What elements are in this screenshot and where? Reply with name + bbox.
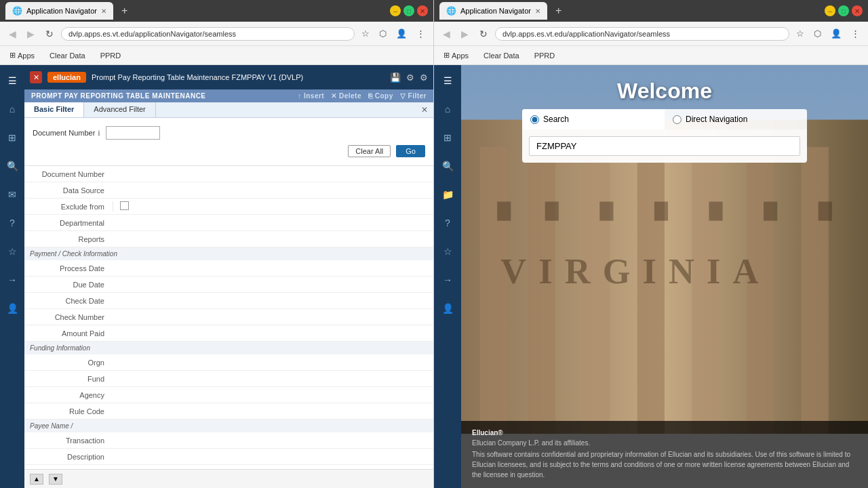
left-url-text: dvlp.apps.es.vt.edu/applicationNavigator… — [68, 30, 236, 38]
right-tab-close-icon[interactable]: ✕ — [535, 7, 540, 15]
field-label-amount-paid: Amount Paid — [24, 329, 113, 338]
clear-all-button[interactable]: Clear All — [348, 145, 391, 157]
right-sidebar-folder-icon[interactable]: 📁 — [437, 184, 458, 205]
field-row-exclude-from: Exclude from — [24, 199, 433, 215]
left-win-controls: – □ ✕ — [390, 5, 428, 16]
field-row-rule-code: Rule Code — [24, 403, 433, 420]
delete-action[interactable]: ✕ Delete — [331, 92, 361, 100]
field-label-process-date: Process Date — [24, 264, 113, 272]
field-row-amount-paid: Amount Paid — [24, 325, 433, 342]
right-apps-bookmark[interactable]: ⊞ Apps — [439, 49, 473, 61]
app-save-icon[interactable]: 💾 — [390, 73, 401, 83]
right-win-controls: – □ ✕ — [825, 5, 863, 16]
copy-action[interactable]: ⎘ Copy — [368, 92, 393, 100]
search-radio[interactable] — [530, 115, 539, 124]
field-row-reports: Reports — [24, 231, 433, 247]
right-app-content: ☰ ⌂ ⊞ 🔍 📁 ? ☆ → 👤 — [434, 65, 868, 488]
left-address-bar[interactable]: dvlp.apps.es.vt.edu/applicationNavigator… — [61, 27, 355, 41]
left-browser-tab[interactable]: 🌐 Application Navigator ✕ — [5, 2, 113, 20]
left-apps-bookmark[interactable]: ⊞ Apps — [5, 49, 39, 61]
sidebar-user-icon[interactable]: 👤 — [2, 298, 22, 319]
filter-info-icon[interactable]: ℹ — [98, 129, 100, 137]
sidebar-grid-icon[interactable]: ⊞ — [2, 127, 22, 148]
sidebar-favorites-icon[interactable]: ☆ — [2, 241, 22, 262]
records-grid: Document Number Data Source Exclude from — [24, 166, 433, 465]
filter-close-icon[interactable]: ✕ — [416, 102, 433, 117]
document-number-input[interactable] — [106, 126, 160, 140]
right-sidebar-grid-icon[interactable]: ⊞ — [437, 127, 458, 148]
left-close-button[interactable]: ✕ — [417, 5, 428, 16]
page-header: PROMPT PAY REPORTING TABLE MAINTENANCE ↑… — [24, 89, 433, 102]
right-sidebar-favorites-icon[interactable]: ☆ — [437, 241, 458, 262]
right-sidebar-forward-icon[interactable]: → — [437, 270, 458, 290]
right-back-button[interactable]: ◀ — [439, 27, 454, 41]
filter-action[interactable]: ▽ Filter — [400, 92, 427, 100]
right-account-icon[interactable]: 👤 — [828, 27, 844, 40]
welcome-title: Welcome — [617, 79, 712, 104]
right-close-button[interactable]: ✕ — [852, 5, 863, 16]
advanced-filter-tab[interactable]: Advanced Filter — [84, 102, 155, 117]
left-tab-label: Application Navigator — [26, 7, 97, 15]
right-cleardata-bookmark[interactable]: Clear Data — [479, 50, 524, 61]
left-tab-new-icon[interactable]: + — [121, 5, 127, 17]
sidebar-home-icon[interactable]: ⌂ — [2, 99, 22, 119]
sidebar-mail-icon[interactable]: ✉ — [2, 184, 22, 205]
right-browser-tab[interactable]: 🌐 Application Navigator ✕ — [439, 2, 547, 20]
right-star-icon[interactable]: ☆ — [793, 27, 807, 40]
left-menu-icon[interactable]: ⋮ — [414, 27, 428, 40]
right-browser-chrome: 🌐 Application Navigator ✕ + – □ ✕ — [434, 0, 868, 22]
search-tab-search[interactable]: Search — [522, 109, 665, 129]
left-tab-close-icon[interactable]: ✕ — [101, 7, 106, 15]
left-forward-button[interactable]: ▶ — [24, 27, 38, 41]
right-bookmarks-bar: ⊞ Apps Clear Data PPRD — [434, 46, 868, 65]
left-pprd-bookmark[interactable]: PPRD — [96, 50, 125, 61]
right-sidebar-help-icon[interactable]: ? — [437, 213, 458, 233]
go-button[interactable]: Go — [396, 145, 425, 157]
right-minimize-button[interactable]: – — [825, 5, 835, 16]
right-pprd-bookmark[interactable]: PPRD — [530, 50, 559, 61]
left-back-button[interactable]: ◀ — [5, 27, 20, 41]
left-account-icon[interactable]: 👤 — [393, 27, 410, 40]
right-sidebar-menu-icon[interactable]: ☰ — [437, 70, 458, 91]
field-label-rule-code: Rule Code — [24, 407, 113, 415]
sidebar-menu-icon[interactable]: ☰ — [2, 70, 22, 91]
right-maximize-button[interactable]: □ — [838, 5, 849, 16]
basic-filter-tab[interactable]: Basic Filter — [24, 102, 84, 117]
right-menu-icon[interactable]: ⋮ — [848, 27, 863, 40]
right-sidebar-home-icon[interactable]: ⌂ — [437, 99, 458, 119]
app-brand-label[interactable]: ellucian — [47, 72, 86, 83]
field-row-transaction: Transaction — [24, 432, 433, 449]
sidebar-forward-icon[interactable]: → — [2, 270, 22, 290]
direct-nav-radio[interactable] — [673, 115, 682, 124]
right-address-bar[interactable]: dvlp.apps.es.vt.edu/applicationNavigator… — [495, 27, 789, 41]
left-cleardata-bookmark[interactable]: Clear Data — [45, 50, 90, 61]
app-settings-icon[interactable]: ⚙ — [406, 73, 414, 83]
left-reload-button[interactable]: ↻ — [42, 27, 57, 41]
left-maximize-button[interactable]: □ — [403, 5, 414, 16]
right-tab-new-icon[interactable]: + — [555, 5, 561, 17]
app-close-button[interactable]: ✕ — [30, 71, 42, 83]
right-sidebar-search-icon[interactable]: 🔍 — [437, 156, 458, 176]
right-reload-button[interactable]: ↻ — [476, 27, 491, 41]
left-ext-icon[interactable]: ⬡ — [376, 27, 389, 40]
search-tab-direct[interactable]: Direct Navigation — [665, 109, 807, 129]
filter-form: Document Number ℹ Clear All Go — [24, 118, 433, 166]
sidebar-search-icon[interactable]: 🔍 — [2, 156, 22, 176]
left-minimize-button[interactable]: – — [390, 5, 401, 16]
field-label-data-source: Data Source — [24, 186, 113, 195]
right-ext-icon[interactable]: ⬡ — [811, 27, 824, 40]
app-tools-icon[interactable]: ⚙ — [420, 73, 428, 83]
insert-action[interactable]: ↑ Insert — [298, 92, 324, 100]
scroll-up-button[interactable]: ▲ — [30, 474, 43, 485]
sidebar-help-icon[interactable]: ? — [2, 213, 22, 233]
right-sidebar-user-icon[interactable]: 👤 — [437, 298, 458, 319]
scroll-down-button[interactable]: ▼ — [49, 474, 62, 485]
section-funding-info: Funding Information — [24, 342, 433, 354]
main-content-area: ✕ ellucian Prompt Pay Reporting Table Ma… — [24, 65, 433, 488]
left-star-icon[interactable]: ☆ — [359, 27, 372, 40]
search-text-input[interactable] — [529, 136, 800, 156]
exclude-from-checkbox[interactable] — [120, 201, 129, 210]
right-forward-button[interactable]: ▶ — [458, 27, 472, 41]
left-app-sidebar: ☰ ⌂ ⊞ 🔍 ✉ ? ☆ → 👤 — [0, 65, 24, 488]
left-apps-label: Apps — [18, 52, 35, 60]
